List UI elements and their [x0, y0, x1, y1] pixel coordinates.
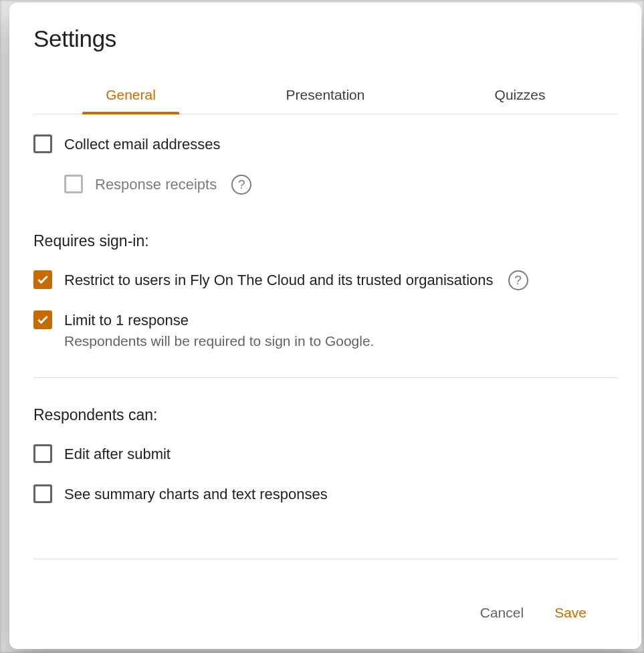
tab-presentation[interactable]: Presentation: [228, 76, 423, 114]
tab-quizzes[interactable]: Quizzes: [423, 76, 617, 114]
option-collect-email: Collect email addresses: [33, 114, 617, 155]
checkbox-response-receipts: [64, 175, 83, 193]
label-see-summary: See summary charts and text responses: [64, 484, 617, 504]
tabs: General Presentation Quizzes: [33, 76, 617, 114]
modal-title: Settings: [33, 25, 617, 52]
label-response-receipts: Response receipts: [95, 175, 217, 195]
tab-general[interactable]: General: [33, 76, 228, 114]
option-edit-after: Edit after submit: [33, 424, 617, 464]
option-response-receipts: Response receipts ?: [33, 155, 617, 195]
check-icon: [36, 313, 49, 326]
save-button[interactable]: Save: [552, 599, 589, 626]
label-limit: Limit to 1 response: [64, 310, 617, 331]
cancel-button[interactable]: Cancel: [477, 599, 526, 626]
checkbox-edit-after[interactable]: [33, 444, 52, 463]
modal-footer: Cancel Save: [33, 585, 617, 649]
sublabel-limit: Respondents will be required to sign in …: [64, 333, 617, 349]
heading-requires-signin: Requires sign-in:: [33, 195, 617, 250]
checkbox-see-summary[interactable]: [33, 484, 52, 503]
option-restrict: Restrict to users in Fly On The Cloud an…: [33, 250, 617, 290]
help-icon[interactable]: ?: [231, 175, 251, 195]
checkbox-limit[interactable]: [33, 310, 52, 329]
check-icon: [36, 273, 49, 286]
checkbox-collect-email[interactable]: [33, 134, 52, 153]
option-see-summary: See summary charts and text responses: [33, 464, 617, 504]
option-limit: Limit to 1 response Respondents will be …: [33, 290, 617, 349]
footer-divider: [33, 559, 617, 559]
checkbox-restrict[interactable]: [33, 270, 52, 289]
label-collect-email: Collect email addresses: [64, 134, 617, 155]
modal-header: Settings General Presentation Quizzes: [9, 3, 641, 114]
modal-body: Collect email addresses Response receipt…: [9, 114, 641, 531]
heading-respondents-can: Respondents can:: [33, 378, 617, 424]
label-edit-after: Edit after submit: [64, 444, 617, 464]
label-restrict: Restrict to users in Fly On The Cloud an…: [64, 270, 494, 290]
settings-modal: Settings General Presentation Quizzes Co…: [9, 3, 641, 649]
help-icon[interactable]: ?: [508, 270, 528, 290]
